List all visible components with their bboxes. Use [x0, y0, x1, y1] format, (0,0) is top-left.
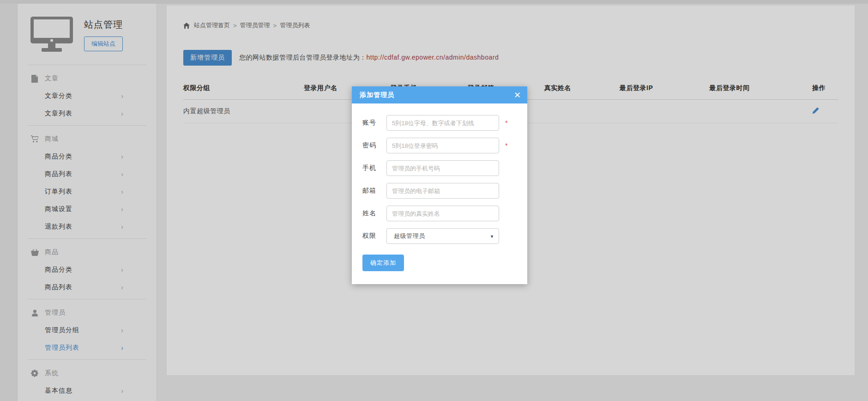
chevron-down-icon: ▼	[490, 234, 494, 239]
required-asterisk: *	[505, 142, 510, 149]
close-icon[interactable]: ✕	[514, 91, 521, 99]
permission-label: 权限	[362, 232, 386, 240]
email-input[interactable]	[386, 183, 499, 199]
modal-footer: 确定添加	[362, 255, 519, 271]
add-admin-modal: 添加管理员 ✕ 账号 * 密码 * 手机 邮箱 姓名	[352, 86, 527, 284]
password-label: 密码	[362, 141, 386, 150]
modal-title: 添加管理员	[360, 91, 394, 99]
permission-select[interactable]: 超级管理员 ▼	[386, 228, 499, 244]
permission-select-value: 超级管理员	[387, 232, 425, 240]
phone-label: 手机	[362, 164, 386, 172]
field-row-permission: 权限 超级管理员 ▼	[362, 228, 519, 244]
name-input[interactable]	[386, 206, 499, 221]
field-row-phone: 手机	[362, 160, 519, 176]
account-label: 账号	[362, 119, 386, 127]
name-label: 姓名	[362, 209, 386, 218]
field-row-password: 密码 *	[362, 138, 519, 153]
field-row-name: 姓名	[362, 206, 519, 221]
modal-body: 账号 * 密码 * 手机 邮箱 姓名 权限 超级管理员	[352, 103, 527, 284]
field-row-email: 邮箱	[362, 183, 519, 199]
modal-header: 添加管理员 ✕	[352, 86, 527, 103]
email-label: 邮箱	[362, 187, 386, 195]
account-input[interactable]	[386, 115, 499, 131]
phone-input[interactable]	[386, 160, 499, 176]
field-row-account: 账号 *	[362, 115, 519, 131]
confirm-add-button[interactable]: 确定添加	[362, 255, 404, 271]
required-asterisk: *	[505, 119, 510, 127]
password-input[interactable]	[386, 138, 499, 153]
